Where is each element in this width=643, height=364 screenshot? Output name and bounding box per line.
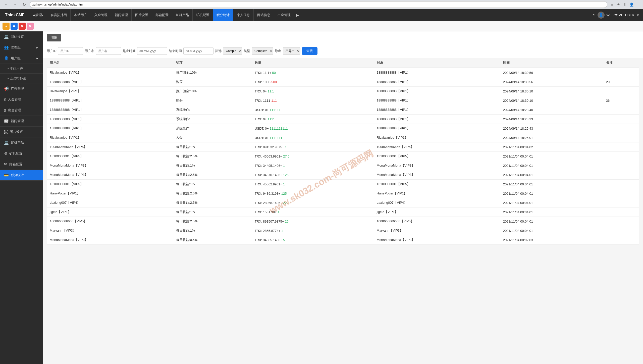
toolbar-btn-4[interactable]: ✕ xyxy=(27,23,34,30)
nav-item-site-info[interactable]: 网站信息 xyxy=(254,9,274,21)
cell-target: 18888888888【VIP1】 xyxy=(374,124,500,133)
sidebar-item-image-settings[interactable]: 🖼 图片设置 xyxy=(0,127,43,137)
cell-username: 13100000001【VIP5】 xyxy=(47,152,173,161)
table-row: 13100000001【VIP5】每日收益:1%TRX: 45562.9961+… xyxy=(47,180,639,189)
nav-item-personal[interactable]: 个人信息 xyxy=(233,9,254,21)
tab-detail[interactable]: 明细 xyxy=(47,34,61,41)
nav-more-button[interactable]: ▶ xyxy=(294,13,301,17)
ad-icon: 📢 xyxy=(4,86,9,91)
sidebar-item-email-config[interactable]: ✉ 邮箱配置 xyxy=(0,159,43,170)
toolbar-strip: ★ ■ ✕ ✕ xyxy=(0,21,643,31)
col-amount: 数量 xyxy=(252,58,374,68)
cell-time: 2021/11/04 00:04:01 xyxy=(500,170,603,180)
browser-bar: ← → ↻ ⎈ ★ ⇓ 👤 ⋮ xyxy=(0,0,643,9)
col-award: 奖项 xyxy=(173,58,252,68)
cell-username: daxiong007【VIP4】 xyxy=(47,198,173,207)
user-dropdown-icon[interactable]: ▼ xyxy=(636,13,639,17)
sidebar-item-member-topology[interactable]: 会员拓扑图 xyxy=(0,74,43,83)
export-label: 导出 xyxy=(275,49,281,53)
menu-icon[interactable]: ⋮ xyxy=(635,2,640,7)
cell-note xyxy=(603,180,639,189)
cell-time: 2024/09/14 18:28:33 xyxy=(500,115,603,124)
download-icon[interactable]: ⇓ xyxy=(622,2,627,7)
sidebar-item-site-users[interactable]: 本站用户 xyxy=(0,64,43,74)
export-select[interactable]: 不导出 xyxy=(283,47,300,55)
chevron-right-icon: ► xyxy=(36,46,39,49)
data-table: 用户名 奖项 数量 对象 时间 备注 Rivalwanjoe【VIP1】推广佣金… xyxy=(47,58,639,245)
cell-time: 2024/09/14 18:30:56 xyxy=(500,68,603,77)
table-row: 18888888888【VIP1】系统操作:USDT: 0+ 111111188… xyxy=(47,105,639,115)
cell-amount: TRX: 45562.9961+ 1 xyxy=(252,180,374,189)
end-time-input[interactable] xyxy=(183,47,213,55)
nav-item-news[interactable]: 新闻管理 xyxy=(111,9,132,21)
refresh-button[interactable]: ↻ xyxy=(21,1,28,8)
cell-amount: TRX: 34495.1406+ 1 xyxy=(252,161,374,170)
cast-icon[interactable]: ⎈ xyxy=(609,2,614,7)
toolbar-btn-2[interactable]: ■ xyxy=(11,23,18,30)
sidebar-item-admin-group[interactable]: 👥 管理组 ► xyxy=(0,42,43,53)
cell-time: 2021/11/04 00:04:01 xyxy=(500,161,603,170)
cell-amount: USDT: 0+ 111111 xyxy=(252,105,374,115)
forward-button[interactable]: → xyxy=(12,1,19,8)
table-row: Rivalwanjoe【VIP1】推广佣金:10%TRX: 11.1+ 5018… xyxy=(47,68,639,77)
cell-award: 每日收益:1% xyxy=(173,180,252,189)
monitor-icon: 💻 xyxy=(4,34,9,39)
bookmark-icon[interactable]: ★ xyxy=(616,2,621,7)
sidebar-item-withdraw-manage[interactable]: $ 出金管理 xyxy=(0,105,43,116)
nav-item-member-topology[interactable]: 会员拓扑图 xyxy=(47,9,71,21)
refresh-icon[interactable]: ↻ xyxy=(592,13,596,18)
profile-icon[interactable]: 👤 xyxy=(629,2,634,7)
cell-amount: TRX: 891507.9375+ 25 xyxy=(252,217,374,226)
nav-item-withdraw[interactable]: 出金管理 xyxy=(274,9,294,21)
user-id-input[interactable] xyxy=(58,47,83,55)
end-time-label: 结束时间 xyxy=(169,49,182,53)
search-button[interactable]: 查找 xyxy=(302,47,317,55)
sidebar-item-news-manage[interactable]: 📰 新闻管理 xyxy=(0,116,43,127)
nav-item-deposit[interactable]: 入金管理 xyxy=(91,9,111,21)
cell-target: 18888888888【VIP1】 xyxy=(374,77,500,87)
nav-item-miner-product[interactable]: 矿机产品 xyxy=(172,9,193,21)
start-time-input[interactable] xyxy=(137,47,167,55)
filter-bar: 用户ID 用户名 起止时间 结束时间 筛选 Comple 类型 Complete… xyxy=(43,44,643,58)
type-select[interactable]: Complete xyxy=(252,47,273,55)
sidebar-item-miner-config[interactable]: ⚙ 矿机配置 xyxy=(0,148,43,159)
cell-amount: TRX: 0+ 11.1 xyxy=(252,87,374,96)
cell-note xyxy=(603,198,639,207)
username-input[interactable] xyxy=(96,47,121,55)
address-bar[interactable] xyxy=(30,1,607,8)
sidebar-item-user-group[interactable]: 👤 用户组 ► xyxy=(0,53,43,64)
sidebar-item-site-settings[interactable]: 💻 网站设置 xyxy=(0,31,43,42)
sidebar-item-points-stats[interactable]: 💳 积分统计 xyxy=(0,170,43,181)
cell-username: jigele【VIP1】 xyxy=(47,207,173,217)
table-row: 1008666666666【VIP5】每日收益:1%TRX: 891532.93… xyxy=(47,142,639,152)
table-row: Rivalwanjoe【VIP1】入金:USDT: 0+ 1111111Riva… xyxy=(47,133,639,142)
toolbar-btn-1[interactable]: ★ xyxy=(3,23,10,30)
nav-item-miner-config[interactable]: 矿机配置 xyxy=(193,9,213,21)
nav-item-email[interactable]: 邮箱配置 xyxy=(152,9,172,21)
cell-award: 购买: xyxy=(173,77,252,87)
back-button[interactable]: ← xyxy=(3,1,10,8)
sidebar-item-miner-product[interactable]: 💻 矿机产品 xyxy=(0,137,43,148)
cell-award: 每日收益:1% xyxy=(173,142,252,152)
screen-select[interactable]: Comple xyxy=(223,47,242,55)
sidebar-item-ad-manage[interactable]: 📢 广告管理 xyxy=(0,83,43,94)
nav-item-points[interactable]: 积分统计 xyxy=(213,9,233,21)
cell-note xyxy=(603,207,639,217)
table-row: Maryann【VIP3】每日收益:1%TRX: 2855.8774+ 1Mar… xyxy=(47,226,639,235)
cell-time: 2021/11/04 00:04:01 xyxy=(500,207,603,217)
nav-item-site-users[interactable]: 本站用户 xyxy=(71,9,91,21)
cell-username: MonaMonaMona【VIP3】 xyxy=(47,161,173,170)
cell-amount: TRX: 2855.8774+ 1 xyxy=(252,226,374,235)
cell-username: 1008666666666【VIP5】 xyxy=(47,217,173,226)
nav-item-manage[interactable]: ◀ 管理 xyxy=(29,9,47,21)
cell-time: 2024/09/14 18:25:43 xyxy=(500,124,603,133)
sidebar-item-deposit-manage[interactable]: $ 入金管理 xyxy=(0,94,43,105)
nav-item-image[interactable]: 图片设置 xyxy=(132,9,152,21)
cell-username: Rivalwanjoe【VIP1】 xyxy=(47,68,173,77)
cell-username: 13100000001【VIP5】 xyxy=(47,180,173,189)
image-icon: 🖼 xyxy=(4,130,8,134)
dollar-out-icon: $ xyxy=(4,108,6,113)
cell-username: 18888888888【VIP1】 xyxy=(47,115,173,124)
cell-award: 每日收益:2.5% xyxy=(173,170,252,180)
toolbar-btn-3[interactable]: ✕ xyxy=(19,23,26,30)
